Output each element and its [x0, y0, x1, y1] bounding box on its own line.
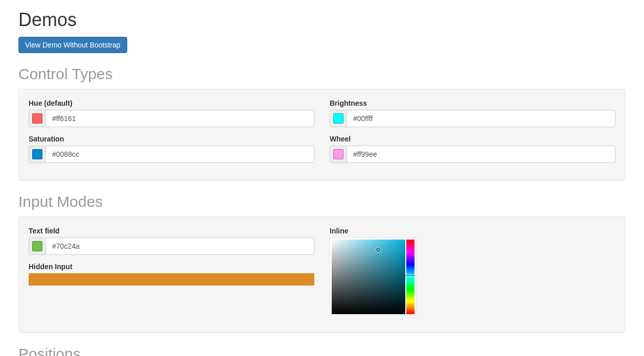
- wheel-input[interactable]: [347, 146, 615, 163]
- color-swatch-icon: [32, 113, 42, 124]
- saturation-swatch[interactable]: [29, 146, 46, 163]
- hidden-input-label: Hidden Input: [29, 263, 314, 271]
- color-picker-handle[interactable]: [376, 247, 381, 252]
- brightness-input[interactable]: [347, 110, 615, 127]
- hidden-input-swatch[interactable]: [29, 273, 314, 286]
- text-field-input[interactable]: [46, 238, 314, 255]
- color-swatch-icon: [32, 149, 42, 159]
- color-panel[interactable]: [332, 240, 405, 314]
- wheel-label: Wheel: [330, 135, 615, 143]
- inline-color-picker[interactable]: [330, 238, 417, 315]
- control-types-panel: Hue (default) Saturation: [18, 89, 626, 181]
- section-heading-input-modes: Input Modes: [18, 193, 626, 210]
- inline-label: Inline: [330, 227, 615, 235]
- brightness-label: Brightness: [330, 99, 615, 107]
- hue-swatch[interactable]: [29, 110, 46, 127]
- section-heading-positions: Positions: [18, 345, 626, 356]
- color-swatch-icon: [333, 149, 343, 159]
- section-heading-control-types: Control Types: [18, 65, 626, 83]
- hue-slider[interactable]: [406, 240, 415, 314]
- color-panel-black-overlay: [332, 240, 405, 314]
- page-title: Demos: [18, 9, 626, 31]
- hue-slider-handle[interactable]: [406, 275, 415, 276]
- input-modes-panel: Text field Hidden Input Inline: [18, 217, 626, 333]
- brightness-swatch[interactable]: [330, 110, 347, 127]
- color-swatch-icon: [32, 241, 42, 251]
- hue-label: Hue (default): [29, 99, 314, 107]
- color-swatch-icon: [333, 113, 343, 124]
- text-field-swatch[interactable]: [29, 238, 46, 255]
- hue-input[interactable]: [46, 110, 314, 127]
- wheel-swatch[interactable]: [330, 146, 347, 163]
- saturation-label: Saturation: [29, 135, 314, 143]
- saturation-input[interactable]: [46, 146, 314, 163]
- text-field-label: Text field: [29, 227, 314, 235]
- view-demo-without-bootstrap-button[interactable]: View Demo Without Bootstrap: [18, 37, 127, 53]
